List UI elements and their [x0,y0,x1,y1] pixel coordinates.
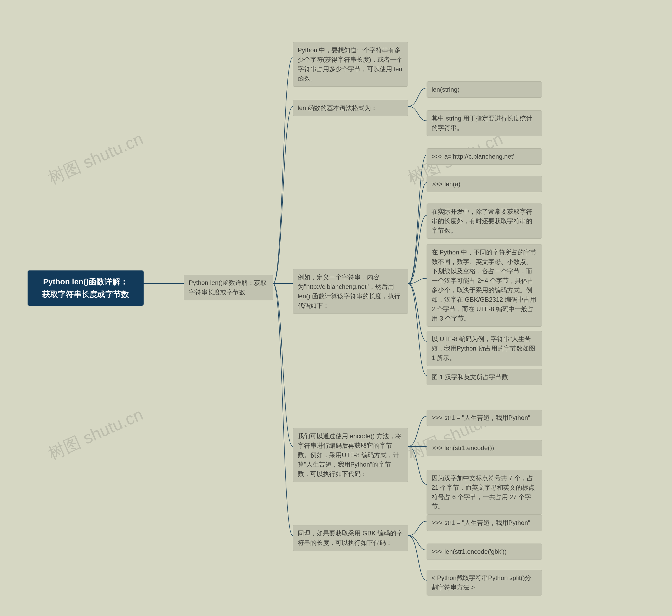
leaf-gbk-code1[interactable]: >>> str1 = "人生苦短，我用Python" [427,515,542,531]
branch-level2[interactable]: Python len()函数详解：获取字符串长度或字节数 [184,275,273,300]
leaf-nav-links[interactable]: < Python截取字符串Python split()分割字符串方法 > [427,570,542,596]
root-node[interactable]: Python len()函数详解：获取字符串长度或字节数 [28,270,144,305]
leaf-ex1-note3[interactable]: 以 UTF-8 编码为例，字符串"人生苦短，我用Python"所占用的字节数如图… [427,331,542,366]
leaf-encode-code2[interactable]: >>> len(str1.encode()) [427,440,542,456]
leaf-gbk-code2[interactable]: >>> len(str1.encode('gbk')) [427,544,542,560]
root-line2: 获取字符串长度或字节数 [34,288,137,300]
branch-intro[interactable]: Python 中，要想知道一个字符串有多少个字符(获得字符串长度)，或者一个字符… [293,42,408,87]
leaf-syntax-code[interactable]: len(string) [427,81,542,98]
branch-gbk[interactable]: 同理，如果要获取采用 GBK 编码的字符串的长度，可以执行如下代码： [293,525,408,551]
watermark: 树图 shutu.cn [44,127,147,189]
watermark: 树图 shutu.cn [44,403,147,465]
branch-encode[interactable]: 我们可以通过使用 encode() 方法，将字符串进行编码后再获取它的字节数。例… [293,428,408,482]
leaf-ex1-figure[interactable]: 图 1 汉字和英文所占字节数 [427,369,542,385]
leaf-ex1-code-lena[interactable]: >>> len(a) [427,176,542,192]
mindmap-canvas: 树图 shutu.cn 树图 shutu.cn 树图 shutu.cn 树图 s… [0,0,672,616]
leaf-encode-code1[interactable]: >>> str1 = "人生苦短，我用Python" [427,410,542,426]
branch-example1[interactable]: 例如，定义一个字符串，内容为"http://c.biancheng.net"，然… [293,269,408,314]
leaf-ex1-note2[interactable]: 在 Python 中，不同的字符所占的字节数不同，数字、英文字母、小数点、下划线… [427,244,542,327]
leaf-ex1-code-a[interactable]: >>> a='http://c.biancheng.net' [427,148,542,165]
leaf-ex1-note1[interactable]: 在实际开发中，除了常常要获取字符串的长度外，有时还要获取字符串的字节数。 [427,203,542,239]
leaf-syntax-desc[interactable]: 其中 string 用于指定要进行长度统计的字符串。 [427,110,542,136]
leaf-encode-note[interactable]: 因为汉字加中文标点符号共 7 个，占 21 个字节，而英文字母和英文的标点符号占… [427,470,542,515]
root-line1: Python len()函数详解： [34,275,137,288]
branch-syntax[interactable]: len 函数的基本语法格式为： [293,100,408,116]
